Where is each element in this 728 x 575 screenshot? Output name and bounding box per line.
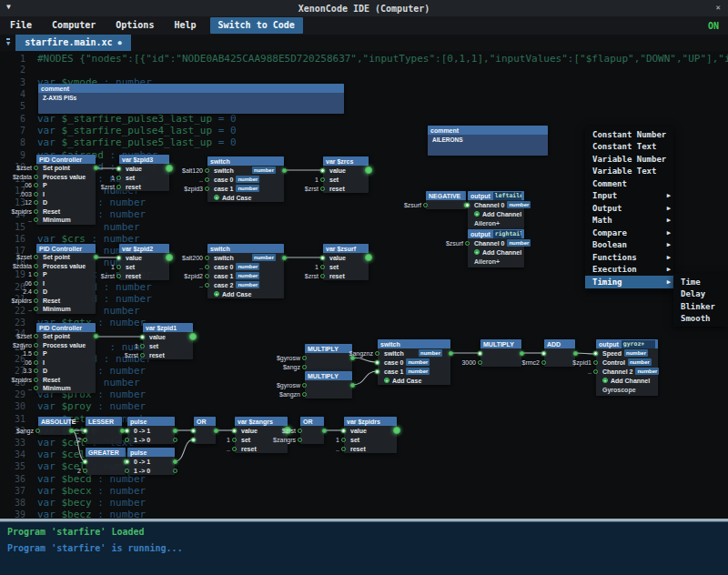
input-pin[interactable]	[83, 438, 87, 442]
input-pin[interactable]	[116, 185, 121, 189]
node-var-zpid2[interactable]: var $zpid2value1set$zrstreset	[119, 244, 169, 280]
input-value-label[interactable]: ..	[199, 282, 203, 288]
menu-item-comment[interactable]: Comment	[585, 177, 673, 190]
input-pin[interactable]	[298, 429, 302, 433]
node-or-2[interactable]: OR$zrst$zangrs	[300, 417, 324, 444]
value-field[interactable]: number	[252, 254, 276, 261]
value-field[interactable]: number	[507, 239, 531, 247]
input-pin[interactable]	[34, 166, 38, 170]
comment-body[interactable]: AILERONS	[428, 135, 548, 156]
input-pin[interactable]	[465, 241, 470, 246]
comment-header[interactable]: comment	[428, 126, 548, 135]
node-header[interactable]: ADD	[544, 339, 575, 348]
node-header[interactable]: PID Controller	[36, 323, 96, 332]
input-pin[interactable]	[465, 203, 470, 207]
input-pin[interactable]	[341, 429, 346, 433]
input-pin[interactable]	[478, 351, 482, 356]
add-icon[interactable]: +	[474, 211, 480, 217]
value-field[interactable]: number	[624, 349, 648, 357]
input-pin[interactable]	[116, 256, 121, 260]
output-pin[interactable]	[173, 429, 177, 433]
node-output-leftaileron[interactable]: outputleftaileronChannel 0number+Add Cha…	[468, 191, 524, 229]
power-status-badge[interactable]: ON	[708, 21, 719, 31]
node-header[interactable]: var $zpid3	[119, 155, 169, 164]
output-pin[interactable]	[69, 429, 74, 433]
value-field[interactable]: number	[236, 281, 259, 288]
node-header[interactable]: GREATER	[86, 448, 126, 457]
input-value-label[interactable]: 2	[77, 437, 81, 443]
menu-item-output[interactable]: Output▶	[585, 202, 673, 215]
node-header[interactable]: ABSOLUTE	[38, 417, 71, 426]
input-value-label[interactable]: $zrst	[282, 428, 296, 434]
add-label[interactable]: Add Channel	[482, 249, 521, 256]
input-value-label[interactable]: $zsurf	[446, 240, 463, 247]
input-pin[interactable]	[140, 344, 145, 348]
input-pin[interactable]	[423, 203, 428, 207]
output-pin[interactable]	[166, 254, 173, 261]
output-pin[interactable]	[282, 168, 287, 173]
input-pin[interactable]	[35, 429, 40, 433]
value-field[interactable]: number	[236, 176, 259, 183]
menu-item-boolean[interactable]: Boolean▶	[585, 239, 673, 252]
input-value-label[interactable]: ..	[28, 385, 32, 391]
input-pin[interactable]	[302, 356, 307, 360]
input-pin[interactable]	[34, 307, 38, 311]
menu-item-compare[interactable]: Compare▶	[585, 227, 673, 239]
input-value-label[interactable]: ..	[588, 368, 592, 375]
input-pin[interactable]	[34, 343, 38, 348]
input-value-label[interactable]: 1	[135, 343, 138, 349]
node-switch-1[interactable]: switch$alt120switchnumber..case 0number$…	[207, 156, 284, 202]
output-pin[interactable]	[520, 351, 524, 356]
add-label[interactable]: Add Case	[222, 291, 251, 298]
input-pin[interactable]	[298, 438, 302, 442]
node-header[interactable]: outputleftaileron	[468, 191, 524, 200]
output-pin[interactable]	[282, 256, 287, 260]
node-header[interactable]: switch	[207, 156, 284, 166]
input-pin[interactable]	[34, 192, 38, 197]
add-icon[interactable]: +	[214, 291, 219, 297]
input-value-label[interactable]: $zpid3	[184, 186, 203, 192]
file-list-icon[interactable]: ▼	[6, 38, 10, 48]
menu-item-timing[interactable]: Timing▶	[585, 276, 673, 288]
input-pin[interactable]	[375, 369, 379, 374]
output-pin[interactable]	[322, 429, 327, 433]
switch-to-code-button[interactable]: Switch to Code	[210, 17, 303, 34]
menu-item-math[interactable]: Math▶	[585, 215, 673, 227]
input-pin[interactable]	[341, 447, 346, 451]
node-header[interactable]: OR	[194, 417, 216, 426]
node-comment-z-axis[interactable]: commentZ-AXIS PISs	[38, 84, 344, 114]
input-value-label[interactable]: $zpid2	[184, 273, 203, 279]
input-value-label[interactable]: .06	[23, 359, 32, 366]
input-value-label[interactable]: .003	[19, 191, 32, 197]
menu-item-constant-text[interactable]: Constant Text	[585, 141, 673, 154]
value-field[interactable]: number	[419, 349, 442, 357]
input-value-label[interactable]: $zdata	[13, 174, 32, 180]
input-value-label[interactable]: 1	[111, 175, 115, 181]
input-value-label[interactable]: ..	[28, 306, 32, 312]
input-pin[interactable]	[34, 351, 38, 356]
menu-item-file[interactable]: File	[0, 16, 42, 35]
node-header[interactable]: MULTIPLY	[305, 344, 352, 353]
input-pin[interactable]	[375, 360, 379, 365]
input-pin[interactable]	[34, 183, 38, 187]
node-header[interactable]: var $zpid1	[143, 323, 193, 332]
input-pin[interactable]	[320, 187, 325, 191]
comment-header[interactable]: comment	[38, 84, 344, 93]
input-pin[interactable]	[302, 365, 307, 369]
submenu-item-time[interactable]: Time	[673, 276, 728, 288]
submenu-item-delay[interactable]: Delay	[673, 288, 728, 301]
value-field[interactable]: number	[635, 368, 659, 375]
node-var-zrcs[interactable]: var $zrcsvalue1set$zrstreset	[323, 156, 369, 193]
input-pin[interactable]	[205, 274, 209, 278]
input-value-label[interactable]: $zrst	[125, 352, 138, 358]
input-value-label[interactable]: 2.4	[23, 288, 32, 295]
input-value-label[interactable]: $alt120	[182, 167, 203, 174]
input-value-label[interactable]: 1	[227, 437, 230, 443]
node-pid-controller-3[interactable]: PID Controller$zsetSet point$zgyroProces…	[36, 323, 96, 393]
output-pin[interactable]	[449, 351, 453, 356]
node-header[interactable]: var $zangrs	[235, 417, 288, 426]
node-pulse-2[interactable]: pulse0 -> 11 -> 0	[127, 448, 175, 475]
node-header[interactable]: var $zsurf	[323, 244, 369, 253]
input-value-label[interactable]: $rmc2	[522, 359, 540, 366]
add-label[interactable]: Add Channel	[611, 378, 650, 384]
